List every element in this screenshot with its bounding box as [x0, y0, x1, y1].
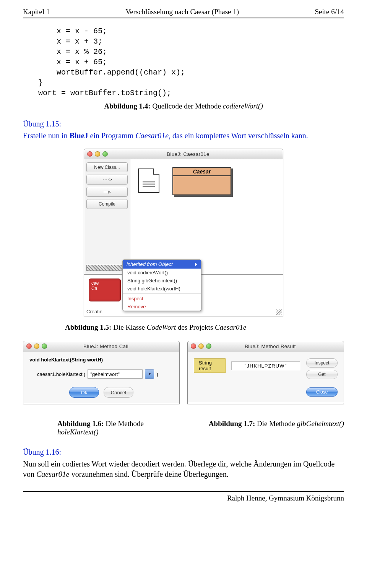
exercise-1-16-heading: Übung 1.16: [23, 448, 344, 457]
result-label: String result [194, 358, 226, 373]
document-icon[interactable] [138, 168, 159, 193]
minimize-icon[interactable] [198, 343, 204, 349]
status-text: Creatin [86, 309, 102, 314]
window-title: BlueJ: Caesar01e [112, 151, 265, 157]
menu-item-inspect[interactable]: Inspect [123, 295, 201, 303]
window-titlebar[interactable]: BlueJ: Method Call [23, 341, 179, 352]
get-button[interactable]: Get [306, 370, 338, 379]
method-call-dialog: BlueJ: Method Call void holeKlartext(Str… [23, 341, 180, 404]
ok-button[interactable]: Ok [69, 387, 99, 398]
uses-arrow-button[interactable]: ---> [86, 175, 128, 185]
code-block: x = x - 65; x = x + 3; x = x % 26; x = x… [38, 26, 344, 98]
method-result-dialog: BlueJ: Method Result String result "JHKH… [187, 341, 344, 404]
context-menu: inherited from Object void codiereWort()… [122, 259, 201, 311]
close-icon[interactable] [26, 343, 32, 349]
exercise-1-15-text: Erstelle nun in BlueJ ein Programm Caesa… [23, 131, 344, 141]
header-page: Seite 6/14 [315, 8, 344, 16]
close-icon[interactable] [87, 151, 93, 157]
object-bench: cae Ca inherited from Object void codier… [84, 274, 283, 316]
class-box-caesar[interactable]: Caesar [172, 167, 231, 195]
footer-text: Ralph Henne, Gymnasium Königsbrunn [227, 494, 344, 502]
bluej-main-window: BlueJ: Caesar01e New Class... ---> ——▷ C… [84, 149, 283, 316]
menu-item-codierewort[interactable]: void codiereWort() [123, 269, 201, 277]
menu-item-holeklartext[interactable]: void holeKlartext(wortH) [123, 285, 201, 293]
context-menu-header[interactable]: inherited from Object [123, 260, 201, 269]
close-icon[interactable] [191, 343, 196, 349]
method-signature: void holeKlartext(String wortH) [29, 357, 173, 363]
resize-grip-icon[interactable] [276, 309, 282, 315]
method-call-row: caesar1.holeKlartext ( ▼ ) [37, 369, 173, 379]
menu-item-gibgeheimtext[interactable]: String gibGeheimtext() [123, 277, 201, 285]
minimize-icon[interactable] [34, 343, 39, 349]
object-instance[interactable]: cae Ca [89, 279, 121, 301]
result-value: "JHKHLPZRUW" [231, 361, 300, 370]
caption-label: Abbildung 1.4: [104, 102, 150, 110]
argument-input[interactable] [88, 369, 143, 379]
new-class-button[interactable]: New Class... [86, 162, 128, 172]
exercise-1-16-text: Nun soll ein codiertes Wort wieder decod… [23, 459, 344, 479]
bluej-canvas[interactable]: Caesar [130, 159, 283, 274]
header-chapter: Kapitel 1 [23, 8, 50, 16]
close-button[interactable]: Close [306, 387, 338, 397]
zoom-icon[interactable] [206, 343, 211, 349]
minimize-icon[interactable] [95, 151, 100, 157]
inspect-button[interactable]: Inspect [306, 358, 338, 368]
chevron-right-icon [195, 262, 197, 266]
menu-item-remove[interactable]: Remove [123, 303, 201, 311]
caption-1-5: Abbildung 1.5: Die Klasse CodeWort des P… [65, 323, 344, 332]
window-titlebar[interactable]: BlueJ: Method Result [188, 341, 344, 352]
header-title: Verschlüsselung nach Caesar (Phase 1) [126, 8, 239, 16]
bluej-sidebar: New Class... ---> ——▷ Compile [84, 159, 130, 274]
caption-1-6: Abbildung 1.6: Die Methode holeKlartext(… [57, 420, 144, 436]
caption-1-4: Abbildung 1.4: Quellcode der Methode cod… [23, 102, 344, 110]
exercise-1-15-heading: Übung 1.15: [23, 120, 344, 128]
history-dropdown[interactable]: ▼ [145, 369, 154, 379]
window-title: BlueJ: Method Call [51, 343, 161, 349]
call-prefix: caesar1.holeKlartext ( [37, 371, 85, 377]
zoom-icon[interactable] [42, 343, 47, 349]
compile-button[interactable]: Compile [86, 199, 128, 209]
page-footer: Ralph Henne, Gymnasium Königsbrunn [23, 491, 344, 502]
zoom-icon[interactable] [102, 151, 108, 157]
page-header: Kapitel 1 Verschlüsselung nach Caesar (P… [23, 8, 344, 18]
divider-hatch [86, 265, 128, 271]
caption-1-7: Abbildung 1.7: Die Methode gibGeheimtext… [209, 420, 344, 436]
class-name: Caesar [173, 168, 231, 176]
call-suffix: ) [156, 371, 158, 377]
cancel-button[interactable]: Cancel [104, 387, 133, 398]
extends-arrow-button[interactable]: ——▷ [86, 187, 128, 197]
window-title: BlueJ: Method Result [215, 343, 325, 349]
window-titlebar[interactable]: BlueJ: Caesar01e [84, 149, 283, 159]
